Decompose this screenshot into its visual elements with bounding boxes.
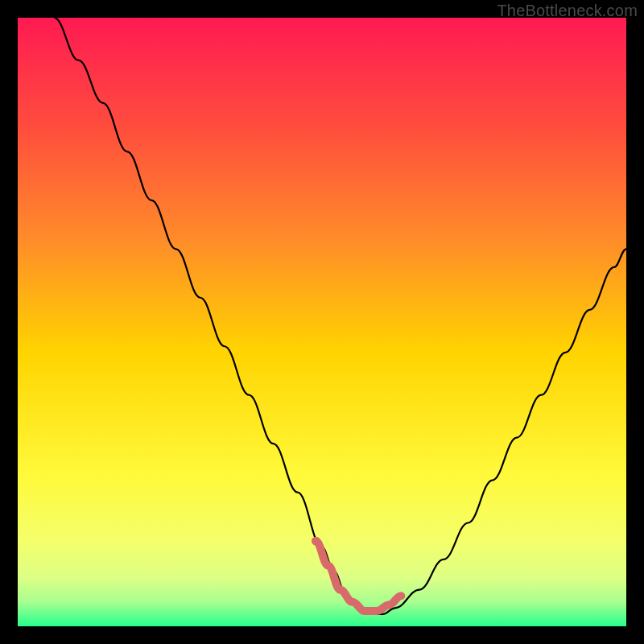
optimal-range-highlight (316, 541, 401, 611)
plot-area (18, 18, 626, 626)
watermark-text: TheBottleneck.com (497, 2, 638, 20)
optimal-start-dot (312, 537, 320, 546)
bottleneck-curve (54, 18, 626, 614)
chart-frame (18, 18, 626, 626)
curve-layer (18, 18, 626, 626)
